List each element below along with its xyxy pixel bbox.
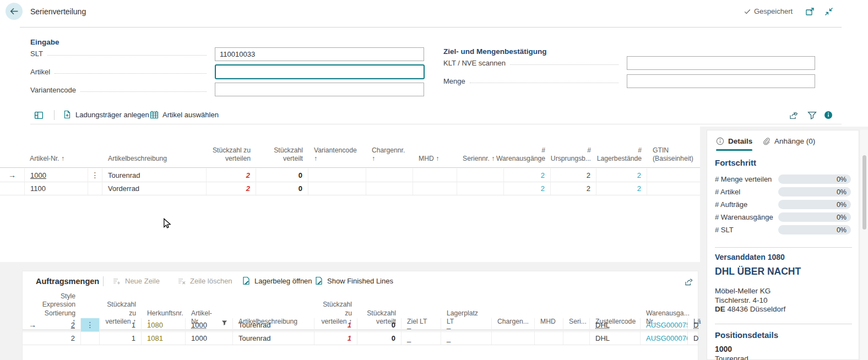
table-row[interactable]: 1100 Vorderrad 2 0 2 2 2 <box>0 182 700 195</box>
col-stk-verteilt[interactable]: Stückzahl verteilt <box>256 145 308 167</box>
progress-label: # Menge verteilen <box>715 175 778 183</box>
cell-herkunftsnr[interactable]: 1080 <box>142 318 186 331</box>
cell-beschreibung[interactable]: Vorderrad <box>102 182 207 195</box>
cell-mhd[interactable] <box>413 168 457 182</box>
cell-stk-verteilt[interactable]: 0 <box>357 331 402 345</box>
cell-seri[interactable] <box>563 331 590 345</box>
cell-chargennr[interactable] <box>366 182 413 195</box>
collapse-window-icon[interactable] <box>824 7 834 17</box>
cell-zustellercode[interactable]: DHL <box>595 321 610 329</box>
cell-lagerbestaende-link[interactable]: 2 <box>596 182 647 195</box>
table-row[interactable]: → 1000 ⋮ Tourenrad 2 0 2 2 2 <box>0 168 700 182</box>
col-artikelbeschreibung[interactable]: Artikelbeschreibung <box>102 145 207 167</box>
back-arrow-icon <box>9 7 19 16</box>
col-ursprungsb[interactable]: # Ursprungsb... <box>551 145 596 167</box>
share-icon[interactable] <box>789 111 799 120</box>
cell-mhd[interactable] <box>413 182 457 195</box>
cell-variantencode[interactable] <box>308 182 366 195</box>
artikel-nr-link[interactable]: 1000 <box>30 171 46 179</box>
table-row[interactable]: 2 1 1081 1000 Tourenrad 1 0 _ _ DHL AUSG… <box>23 331 698 345</box>
cell-stk-verteilt[interactable]: 0 <box>256 168 308 182</box>
artikel-input[interactable] <box>215 64 425 79</box>
cell-seriennr[interactable] <box>457 182 504 195</box>
cell-stk-verteilt[interactable]: 0 <box>357 318 402 331</box>
tab-anhaenge[interactable]: Anhänge (0) <box>762 137 815 145</box>
cell-stk-zu-verteilen-2[interactable]: 1 <box>314 318 357 331</box>
cell-beschreibung[interactable]: Tourenrad <box>233 318 314 331</box>
cell-style-sort[interactable]: 2 <box>42 331 81 345</box>
cell-stk-zu-verteilen-1[interactable]: 1 <box>100 318 142 331</box>
cell-lagerplatz-lt[interactable]: _ <box>441 331 492 345</box>
klt-label-row: KLT / NVE scannen <box>443 59 624 67</box>
col-warenausgaenge[interactable]: # Warenausgänge <box>504 145 551 167</box>
cell-artikel-nr[interactable]: 1100 <box>24 182 88 195</box>
cell-warenausgaenge-link[interactable]: 2 <box>504 182 551 195</box>
variantencode-input[interactable] <box>215 83 424 96</box>
cell-mhd[interactable] <box>535 331 563 345</box>
col-artikel-nr[interactable]: Artikel-Nr. ↑ <box>24 145 88 167</box>
share-icon[interactable] <box>685 277 694 286</box>
delete-line-icon <box>177 276 186 285</box>
row-menu-icon[interactable]: ⋮ <box>81 318 100 331</box>
cell-seri[interactable] <box>563 318 590 331</box>
progress-row: # SLT 0% <box>715 225 851 234</box>
ladungstraeger-anlegen-button[interactable]: Ladungsträger anlegen <box>63 110 149 119</box>
cell-beschreibung[interactable]: Tourenrad <box>233 331 314 345</box>
klt-nve-input[interactable] <box>627 56 815 70</box>
cell-warenausgang-link[interactable]: AUSG000076 <box>641 331 688 345</box>
cell-laendercode[interactable]: DE <box>693 321 699 329</box>
cell-warenausgang-link[interactable]: AUSG000075 <box>641 318 688 331</box>
cell-artikel-nr[interactable]: 1000 <box>186 331 233 345</box>
cell-gtin[interactable] <box>647 182 700 195</box>
cell-stk-verteilt[interactable]: 0 <box>256 182 308 195</box>
col-gtin[interactable]: GTIN (Basiseinheit) <box>647 145 700 167</box>
cell-seriennr[interactable] <box>457 168 504 182</box>
style-sort-link[interactable]: 2 <box>71 321 75 329</box>
positionsdetails-heading: Positionsdetails <box>715 330 778 340</box>
cell-chargen[interactable] <box>492 331 535 345</box>
cell-stk-zu-verteilen[interactable]: 2 <box>207 182 256 195</box>
table-row[interactable]: → 2 ⋮ 1 1080 1000 Tourenrad 1 0 _ _ DHL … <box>23 318 698 332</box>
col-variantencode[interactable]: Variantencode ↑ <box>308 145 366 167</box>
neue-zeile-button[interactable]: Neue Zeile <box>112 276 160 285</box>
cell-stk-zu-verteilen[interactable]: 2 <box>207 168 256 182</box>
cell-artikel-nr[interactable]: 1000 <box>191 321 207 329</box>
col-lagerbestaende[interactable]: # Lagerbestände <box>596 145 647 167</box>
filter-icon[interactable] <box>807 111 817 120</box>
artikel-auswaehlen-button[interactable]: Artikel auswählen <box>150 110 219 119</box>
back-button[interactable] <box>6 3 23 20</box>
col-chargennr[interactable]: Chargennr. ↑ <box>366 145 413 167</box>
cell-lagerplatz-lt[interactable]: _ <box>441 318 492 331</box>
col-mhd[interactable]: MHD ↑ <box>413 145 457 167</box>
cell-stk-zu-verteilen-2[interactable]: 1 <box>314 331 357 345</box>
slt-input[interactable] <box>215 47 424 61</box>
cell-chargennr[interactable] <box>366 168 413 182</box>
cell-lagerbestaende-link[interactable]: 2 <box>596 168 647 182</box>
lagerbeleg-oeffnen-button[interactable]: Lagerbeleg öffnen <box>242 276 312 285</box>
cell-ursprungsb[interactable]: 2 <box>551 168 596 182</box>
cell-beschreibung[interactable]: Tourenrad <box>102 168 207 182</box>
cell-ziel-lt[interactable]: _ <box>402 331 441 345</box>
zeile-loeschen-button[interactable]: Zeile löschen <box>177 276 232 285</box>
row-menu-icon[interactable]: ⋮ <box>88 168 102 182</box>
cell-zustellercode[interactable]: DHL <box>590 331 641 345</box>
tab-details[interactable]: Details <box>716 137 752 145</box>
cell-laendercode[interactable]: DE <box>688 331 699 345</box>
info-icon[interactable] <box>824 111 833 119</box>
board-view-icon[interactable] <box>34 111 44 120</box>
cell-ziel-lt[interactable]: _ <box>402 318 441 331</box>
cell-ursprungsb[interactable]: 2 <box>551 182 596 195</box>
cell-warenausgaenge-link[interactable]: 2 <box>504 168 551 182</box>
cell-chargen[interactable] <box>492 318 535 331</box>
cell-variantencode[interactable] <box>308 168 366 182</box>
popout-window-icon[interactable] <box>805 7 815 17</box>
scrollbar-thumb[interactable] <box>862 155 866 230</box>
menge-input[interactable] <box>627 74 815 88</box>
cell-herkunftsnr[interactable]: 1081 <box>142 331 186 345</box>
show-finished-lines-button[interactable]: Show Finished Lines <box>314 276 393 285</box>
cell-stk-zu-verteilen-1[interactable]: 1 <box>100 331 142 345</box>
cell-gtin[interactable] <box>647 168 700 182</box>
open-document-icon <box>242 276 251 285</box>
cell-mhd[interactable] <box>535 318 563 331</box>
col-stk-zu-verteilen[interactable]: Stückzahl zu verteilen <box>207 145 256 167</box>
